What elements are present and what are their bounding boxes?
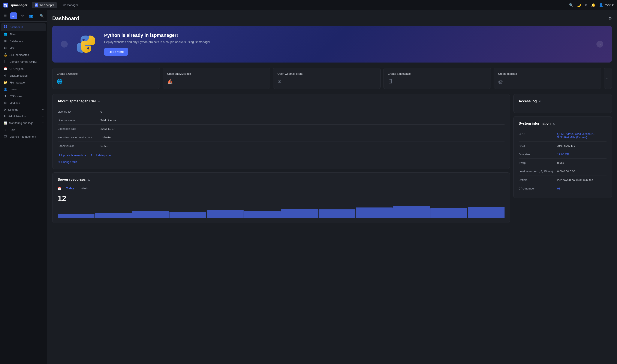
svg-rect-12 <box>4 61 7 61</box>
sidebar-star-icon[interactable]: ☆ <box>19 13 26 19</box>
svg-rect-9 <box>6 25 7 26</box>
sys-value-load: 0.00 0.00 0.00 <box>557 170 575 173</box>
dark-mode-icon[interactable]: 🌙 <box>577 3 581 7</box>
action-card-database[interactable]: Create a database 🗄 <box>383 68 491 89</box>
banner-next-icon[interactable]: › <box>596 41 603 48</box>
sidebar-item-label: FTP-users <box>9 95 23 98</box>
system-info-toggle-icon[interactable]: ∧ <box>553 122 555 125</box>
sidebar-item-dashboard[interactable]: Dashboard <box>1 23 46 31</box>
sidebar-menu-icon[interactable]: ☰ <box>2 13 9 19</box>
tab-file-manager[interactable]: File manager <box>59 2 81 8</box>
sidebar-item-sites[interactable]: 🌐 Sites <box>1 31 46 38</box>
sidebar-item-help[interactable]: ? Help <box>1 126 46 133</box>
info-row-restrictions: Website creation restrictions Unlimited <box>58 133 505 142</box>
page-header: Dashboard ⚙ <box>52 15 612 21</box>
help-icon: ? <box>3 128 7 131</box>
svg-rect-17 <box>4 136 5 136</box>
update-license-link[interactable]: ↺ Update license data <box>58 154 86 157</box>
sidebar-item-administration[interactable]: 🛠 Administration ▾ <box>1 113 46 120</box>
action-card-create-website[interactable]: Create a website 🌐 <box>52 68 160 89</box>
sys-label-swap: Swap <box>519 161 557 164</box>
access-log-toggle-icon[interactable]: ∨ <box>539 100 541 103</box>
sidebar-item-license[interactable]: License management <box>1 133 46 140</box>
sidebar-item-backup[interactable]: ↺ Backup copies <box>1 72 46 79</box>
user-menu[interactable]: 👤 root ▾ <box>599 3 614 7</box>
more-actions-button[interactable]: ··· <box>604 68 612 89</box>
dns-icon <box>3 60 7 64</box>
screen-icon[interactable]: 🖥 <box>584 3 588 7</box>
sidebar-item-label: Dashboard <box>9 26 23 29</box>
settings-expand-icon: ▾ <box>42 109 43 111</box>
learn-more-button[interactable]: Learn more <box>104 48 128 56</box>
info-row-expiration: Expiration date 2023-11-27 <box>58 125 505 133</box>
action-label-webmail: Open webmail client <box>277 72 376 75</box>
info-label-expiration: Expiration date <box>58 127 100 130</box>
sys-value-cpu[interactable]: QEMU Virtual CPU version 2.5+ 3393.624 M… <box>557 132 606 139</box>
sidebar-item-mail[interactable]: ✉ Mail <box>1 45 46 52</box>
sidebar-item-cron[interactable]: 📅 CRON jobs <box>1 65 46 72</box>
logo: ispmanager <box>3 3 27 8</box>
svg-rect-10 <box>4 27 5 28</box>
chart-bar <box>132 211 169 218</box>
svg-rect-5 <box>13 15 15 15</box>
sidebar-item-ssl[interactable]: 🔒 SSL-certificates <box>1 52 46 58</box>
sys-label-disk: Disk size <box>519 153 557 156</box>
sidebar-item-databases[interactable]: 🗄 Databases <box>1 38 46 45</box>
sidebar-item-settings[interactable]: ⚙ Settings ▾ <box>1 106 46 113</box>
notifications-icon[interactable]: 🔔 <box>591 3 596 7</box>
topbar-right: 🔍 🌙 🖥 🔔 👤 root ▾ <box>569 3 614 7</box>
sys-value-swap: 0 MB <box>557 161 564 164</box>
banner: ‹ Python is already in ispmanager! <box>52 26 612 63</box>
action-label-phpmyadmin: Open phpMyAdmin <box>167 72 266 75</box>
info-row-license-id: License ID 0 <box>58 107 505 116</box>
mail-icon: ✉ <box>3 46 7 50</box>
sidebar-item-ftp[interactable]: ⬆ FTP-users <box>1 93 46 100</box>
banner-prev-icon[interactable]: ‹ <box>61 41 68 48</box>
right-column: Access log ∨ System information ∧ CPU QE… <box>513 94 612 223</box>
svg-rect-8 <box>4 25 5 26</box>
system-info-panel: System information ∧ CPU QEMU Virtual CP… <box>513 116 612 198</box>
tab-week[interactable]: Week <box>79 186 90 191</box>
sidebar-list-icon[interactable] <box>10 13 17 19</box>
page-settings-icon[interactable]: ⚙ <box>608 16 612 21</box>
sidebar-item-filemanager[interactable]: 📁 File manager <box>1 79 46 86</box>
sidebar: ☰ ☆ 👥 🔍 <box>0 10 47 364</box>
sys-value-cpunum[interactable]: 98 <box>557 187 560 190</box>
about-panel-toggle-icon[interactable]: ∧ <box>98 100 100 103</box>
banner-content: Python is already in ispmanager! Deploy … <box>104 33 588 56</box>
change-tariff-link[interactable]: ⊞ Change tariff <box>58 160 77 164</box>
access-log-header: Access log ∨ <box>519 99 606 103</box>
info-label-restrictions: Website creation restrictions <box>58 136 100 139</box>
sidebar-item-label: File manager <box>9 81 26 84</box>
tab-today[interactable]: Today <box>64 186 76 191</box>
resource-tab-row: 📅 Today Week <box>58 186 505 191</box>
info-value-license-id: 0 <box>100 110 102 113</box>
svg-rect-7 <box>13 16 14 17</box>
sys-value-disk[interactable]: 19.65 GB <box>557 153 569 156</box>
server-resources-toggle-icon[interactable]: ∧ <box>88 178 90 181</box>
filemanager-icon: 📁 <box>3 81 7 84</box>
action-label-database: Create a database <box>388 72 486 75</box>
action-card-webmail[interactable]: Open webmail client ✉ <box>273 68 381 89</box>
svg-rect-3 <box>6 5 7 7</box>
action-icon-webmail: ✉ <box>277 79 376 84</box>
search-icon[interactable]: 🔍 <box>569 3 573 7</box>
sidebar-users-icon[interactable]: 👥 <box>27 13 34 19</box>
sidebar-item-dns[interactable]: Domain names (DNS) <box>1 58 46 65</box>
sidebar-search-icon[interactable]: 🔍 <box>38 13 45 19</box>
action-card-phpmyadmin[interactable]: Open phpMyAdmin ⛵ <box>163 68 270 89</box>
sidebar-item-label: License management <box>9 135 36 138</box>
sidebar-item-users[interactable]: 👤 Users <box>1 86 46 93</box>
change-tariff-icon: ⊞ <box>58 160 60 164</box>
server-resources-title: Server resources <box>58 178 86 182</box>
main-layout: ☰ ☆ 👥 🔍 <box>0 10 617 364</box>
action-card-mailbox[interactable]: Create mailbox @ <box>494 68 601 89</box>
svg-rect-1 <box>6 4 7 5</box>
sys-value-ram: 356 / 5962 MB <box>557 144 576 147</box>
sidebar-item-label: Help <box>9 128 15 131</box>
svg-rect-14 <box>4 60 5 63</box>
update-panel-link[interactable]: ↻ Update panel <box>91 154 111 157</box>
tab-web-scripts[interactable]: Web scripts <box>32 2 57 8</box>
sidebar-item-monitoring[interactable]: 📊 Monitoring and logs ▾ <box>1 120 46 126</box>
sidebar-item-modules[interactable]: ⊞ Modules <box>1 100 46 106</box>
